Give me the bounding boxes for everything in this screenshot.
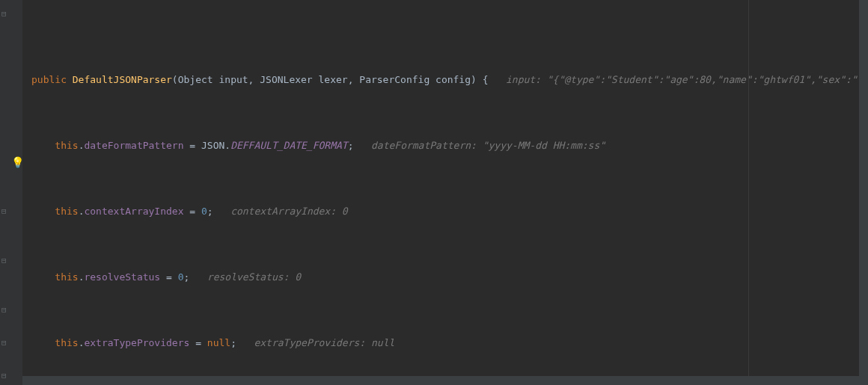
- fold-marker[interactable]: ⊟: [1, 302, 7, 318]
- params: (Object input, JSONLexer lexer, ParserCo…: [172, 74, 489, 85]
- keyword-this: this: [55, 140, 78, 151]
- code-editor[interactable]: ⊟ ⊟ ⊟ ⊟ ⊟ ⊟ 💡 public DefaultJSONParser(O…: [0, 0, 868, 385]
- fold-marker[interactable]: ⊟: [1, 253, 7, 269]
- fold-marker[interactable]: ⊟: [1, 203, 7, 220]
- vertical-scrollbar[interactable]: [859, 0, 868, 376]
- gutter: ⊟ ⊟ ⊟ ⊟ ⊟ ⊟ 💡: [0, 0, 22, 385]
- code-line[interactable]: this.extraTypeProviders = null; extraTyp…: [22, 335, 868, 351]
- fold-marker[interactable]: ⊟: [1, 6, 7, 22]
- fold-marker[interactable]: ⊟: [1, 368, 7, 384]
- code-area[interactable]: public DefaultJSONParser(Object input, J…: [22, 0, 868, 385]
- horizontal-scrollbar[interactable]: [22, 376, 868, 385]
- inline-hint: dateFormatPattern: "yyyy-MM-dd HH:mm:ss": [371, 140, 605, 151]
- code-line[interactable]: this.resolveStatus = 0; resolveStatus: 0: [22, 269, 868, 286]
- inline-hint: input: "{"@type":"Student":"age":80,"nam…: [506, 74, 858, 85]
- lightbulb-icon[interactable]: 💡: [11, 154, 20, 166]
- field-ref: dateFormatPattern: [84, 140, 183, 151]
- inline-hint: extraTypeProviders: null: [254, 337, 394, 348]
- code-line[interactable]: this.dateFormatPattern = JSON.DEFFAULT_D…: [22, 138, 868, 154]
- fold-marker[interactable]: ⊟: [1, 335, 7, 351]
- right-margin-line: [748, 0, 749, 385]
- static-field: DEFFAULT_DATE_FORMAT: [230, 140, 348, 151]
- inline-hint: resolveStatus: 0: [207, 271, 301, 283]
- code-line[interactable]: public DefaultJSONParser(Object input, J…: [22, 72, 868, 88]
- code-line[interactable]: this.contextArrayIndex = 0; contextArray…: [22, 203, 868, 220]
- keyword-public: public: [31, 74, 67, 85]
- inline-hint: contextArrayIndex: 0: [230, 206, 348, 217]
- method-name: DefaultJSONParser: [73, 74, 172, 85]
